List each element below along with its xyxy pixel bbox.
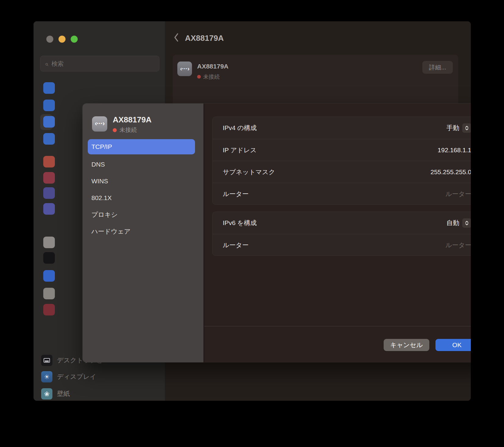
tab-tcpip[interactable]: TCP/IP — [88, 139, 195, 154]
sidebar-app-icon[interactable] — [43, 82, 55, 94]
search-placeholder: 検索 — [51, 60, 64, 68]
ipv6-configure-value: 自動 — [446, 219, 459, 227]
sidebar-app-icon[interactable] — [43, 252, 55, 264]
tab-hardware[interactable]: ハードウェア — [88, 223, 195, 240]
cancel-button[interactable]: キャンセル — [384, 339, 429, 351]
sidebar-item-label: ディスプレイ — [57, 372, 96, 381]
sidebar-app-icon[interactable] — [43, 133, 55, 145]
sidebar-app-icon[interactable] — [43, 100, 55, 111]
ethernet-adapter-icon: ‹···› — [177, 62, 192, 76]
tab-dns[interactable]: DNS — [88, 156, 195, 173]
ip-address-label: IP アドレス — [223, 146, 257, 154]
zoom-window-button[interactable] — [71, 36, 78, 43]
ipv4-router-label: ルーター — [223, 190, 249, 198]
close-window-button[interactable] — [46, 36, 53, 43]
tcpip-settings-dialog: ‹···› AX88179A 未接続 TCP/IP DNS WINS 802.1… — [83, 104, 471, 362]
sidebar-app-icon[interactable] — [43, 237, 55, 248]
ipv6-configure-label: IPv6 を構成 — [223, 219, 257, 227]
status-text: 未接続 — [119, 126, 137, 134]
subnet-mask-field[interactable]: 255.255.255.0 — [431, 168, 471, 176]
ipv4-router-field[interactable]: ルーター — [445, 190, 471, 198]
subnet-mask-row: サブネットマスク 255.255.255.0 — [213, 161, 471, 183]
chevron-up-down-icon — [464, 125, 469, 131]
ipv6-configure-row: IPv6 を構成 自動 — [213, 212, 471, 234]
window-controls — [46, 36, 78, 43]
ipv4-configure-value: 手動 — [446, 124, 459, 132]
ipv6-configure-dropdown[interactable] — [462, 218, 471, 228]
dialog-tab-list: TCP/IP DNS WINS 802.1X プロキシ ハードウェア — [88, 139, 195, 240]
sidebar-app-icon[interactable] — [43, 187, 55, 199]
ipv6-settings-group: IPv6 を構成 自動 ルーター ルーター — [212, 212, 471, 256]
subnet-mask-label: サブネットマスク — [223, 168, 275, 176]
ipv6-router-label: ルーター — [223, 241, 249, 249]
footer-divider — [204, 326, 471, 326]
sidebar-app-icon[interactable] — [43, 270, 55, 282]
status-dot-icon — [113, 128, 117, 132]
dialog-sidebar: ‹···› AX88179A 未接続 TCP/IP DNS WINS 802.1… — [83, 104, 204, 362]
sidebar-item-label: 壁紙 — [57, 389, 70, 398]
tab-proxy[interactable]: プロキシ — [88, 206, 195, 223]
sidebar-app-icon[interactable] — [43, 304, 55, 315]
ip-address-field[interactable]: 192.168.1.1 — [438, 146, 471, 154]
sidebar-app-icon[interactable] — [43, 156, 55, 167]
ipv4-configure-row: IPv4 の構成 手動 — [213, 117, 471, 139]
dialog-device-name: AX88179A — [113, 115, 151, 125]
ipv4-settings-group: IPv4 の構成 手動 IP アドレス 192.168.1.1 — [212, 117, 471, 205]
wallpaper-icon: ❀ — [41, 388, 52, 399]
ipv4-router-row: ルーター ルーター — [213, 183, 471, 205]
sidebar-item-display[interactable]: ☀ ディスプレイ — [41, 369, 96, 384]
minimize-window-button[interactable] — [59, 36, 66, 43]
details-button[interactable]: 詳細... — [422, 61, 453, 74]
sidebar-app-icon[interactable] — [43, 172, 55, 184]
desktop-dock-icon — [41, 355, 52, 366]
search-input[interactable]: ⌕ 検索 — [40, 56, 159, 72]
device-status: 未接続 — [197, 73, 220, 80]
ipv4-configure-dropdown[interactable] — [462, 123, 471, 133]
system-settings-window: ⌕ 検索 デスクトップと Dock — [34, 21, 471, 401]
sidebar-app-icon[interactable] — [43, 203, 55, 215]
ipv6-router-row: ルーター ルーター — [213, 234, 471, 256]
status-dot-icon — [197, 75, 201, 79]
tab-wins[interactable]: WINS — [88, 173, 195, 189]
back-button[interactable] — [172, 32, 180, 43]
dialog-content: IPv4 の構成 手動 IP アドレス 192.168.1.1 — [204, 104, 471, 362]
device-name: AX88179A — [197, 63, 229, 70]
status-text: 未接続 — [203, 73, 220, 80]
search-icon: ⌕ — [45, 61, 48, 67]
chevron-left-icon — [174, 33, 179, 42]
ethernet-glyph: ‹···› — [180, 65, 189, 73]
sidebar-app-icon[interactable] — [43, 288, 55, 299]
ipv4-configure-label: IPv4 の構成 — [223, 124, 257, 132]
sidebar-app-icon[interactable] — [43, 116, 55, 128]
ethernet-glyph: ‹···› — [95, 120, 105, 128]
page-title: AX88179A — [185, 33, 224, 43]
dialog-device-status: 未接続 — [113, 126, 137, 134]
chevron-up-down-icon — [464, 220, 469, 226]
desktop-background: ⌕ 検索 デスクトップと Dock — [0, 0, 504, 447]
tab-8021x[interactable]: 802.1X — [88, 189, 195, 206]
sidebar-item-wallpaper[interactable]: ❀ 壁紙 — [41, 386, 70, 401]
ipv6-router-field[interactable]: ルーター — [445, 241, 471, 249]
ip-address-row: IP アドレス 192.168.1.1 — [213, 139, 471, 161]
display-icon: ☀ — [41, 371, 52, 382]
ok-button[interactable]: OK — [435, 339, 471, 351]
ethernet-adapter-icon: ‹···› — [92, 116, 107, 132]
